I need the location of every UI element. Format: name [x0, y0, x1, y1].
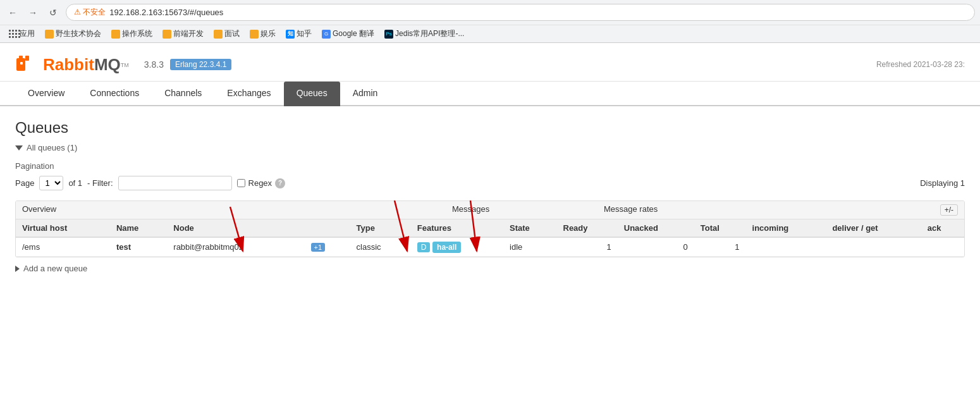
regex-row: Regex ? — [237, 178, 286, 188]
col-total: Total — [694, 219, 746, 237]
cell-state: idle — [503, 237, 556, 257]
col-incoming: incoming — [746, 219, 826, 237]
bookmark-yesheng-label: 野生技术协会 — [56, 28, 101, 39]
svg-rect-2 — [25, 56, 29, 61]
bookmark-google-translate[interactable]: G Google 翻译 — [318, 27, 378, 40]
filter-input[interactable] — [118, 176, 232, 190]
cell-virtual-host: /ems — [16, 237, 110, 257]
browser-chrome: ← → ↺ ⚠ 不安全 192.168.2.163:15673/#/queues… — [0, 0, 980, 43]
cell-ack — [921, 237, 964, 257]
rmq-nav: Overview Connections Channels Exchanges … — [0, 82, 980, 106]
bookmark-os-label: 操作系统 — [122, 28, 152, 39]
regex-label: Regex — [248, 178, 273, 188]
bookmark-frontend[interactable]: 前端开发 — [159, 27, 207, 40]
col-virtual-host: Virtual host — [16, 219, 110, 237]
table-header-row: Virtual host Name Node Type Features Sta… — [16, 219, 964, 237]
plus-minus-button[interactable]: +/- — [940, 204, 958, 216]
rabbit-text: Rabbit — [43, 55, 94, 74]
col-features: Features — [411, 219, 503, 237]
folder-icon-1 — [45, 30, 54, 39]
bookmark-interview-label: 面试 — [224, 28, 240, 39]
browser-toolbar: ← → ↺ ⚠ 不安全 192.168.2.163:15673/#/queues — [0, 0, 980, 25]
ps-icon: Ps — [384, 30, 393, 39]
nav-connections[interactable]: Connections — [77, 82, 152, 106]
bookmark-google-label: Google 翻译 — [333, 28, 374, 39]
rabbitmq-page: RabbitMQTM 3.8.3 Erlang 22.3.4.1 Refresh… — [0, 43, 980, 359]
bookmarks-bar: 应用 野生技术协会 操作系统 前端开发 面试 娱乐 知 知乎 G Google … — [0, 25, 980, 42]
bookmark-frontend-label: 前端开发 — [173, 28, 204, 39]
cell-deliver-get — [826, 237, 921, 257]
expand-triangle-icon — [15, 266, 20, 272]
col-ack: ack — [921, 219, 964, 237]
mq-text: MQ — [94, 55, 121, 74]
col-ready: Ready — [557, 219, 618, 237]
page-select[interactable]: 1 — [39, 176, 63, 190]
bookmark-interview[interactable]: 面试 — [210, 27, 243, 40]
bookmark-zhihu[interactable]: 知 知乎 — [282, 27, 315, 40]
nav-queues[interactable]: Queues — [284, 82, 340, 106]
queues-table-wrapper: Overview Messages Message rates +/- Virt… — [15, 200, 965, 257]
regex-checkbox[interactable] — [237, 179, 245, 187]
address-bar[interactable]: ⚠ 不安全 192.168.2.163:15673/#/queues — [66, 4, 975, 21]
folder-icon-2 — [111, 30, 120, 39]
folder-icon-4 — [214, 30, 223, 39]
col-type: Type — [350, 219, 411, 237]
help-button[interactable]: ? — [275, 178, 285, 188]
reload-button[interactable]: ↺ — [46, 5, 61, 20]
page-label: Page — [15, 178, 34, 188]
messages-section-label: Messages — [452, 204, 604, 216]
cell-features: D ha-all — [411, 237, 503, 257]
rmq-logo-text: RabbitMQTM — [43, 55, 129, 75]
col-name: Name — [110, 219, 167, 237]
of-label: of 1 — [68, 178, 82, 188]
cell-type: classic — [350, 237, 411, 257]
filter-label: - Filter: — [87, 178, 113, 188]
col-unacked: Unacked — [618, 219, 694, 237]
security-warning: ⚠ 不安全 — [74, 7, 106, 18]
bookmark-os[interactable]: 操作系统 — [107, 27, 156, 40]
add-queue-label: Add a new queue — [23, 264, 87, 273]
url-text: 192.168.2.163:15673/#/queues — [109, 8, 223, 17]
collapse-triangle-icon — [15, 145, 23, 151]
nav-exchanges[interactable]: Exchanges — [214, 82, 283, 106]
rmq-header-right: Refreshed 2021-03-28 23: — [876, 60, 965, 69]
rmq-version: 3.8.3 Erlang 22.3.4.1 — [144, 59, 232, 70]
page-title: Queues — [15, 119, 965, 137]
bookmark-entertainment-label: 娱乐 — [260, 28, 276, 39]
bookmark-entertainment[interactable]: 娱乐 — [246, 27, 279, 40]
forward-button[interactable]: → — [25, 5, 40, 20]
feature-d-badge: D — [417, 242, 431, 252]
add-queue-link[interactable]: Add a new queue — [15, 264, 965, 273]
folder-icon-5 — [250, 30, 259, 39]
nav-overview[interactable]: Overview — [15, 82, 77, 106]
svg-rect-3 — [20, 62, 23, 65]
cell-incoming — [746, 237, 826, 257]
cell-ready: 1 — [557, 237, 618, 257]
feature-ha-badge: ha-all — [432, 242, 461, 253]
nav-channels[interactable]: Channels — [152, 82, 214, 106]
table-row[interactable]: /ems test rabbit@rabbitmq02 +1 classic D… — [16, 237, 964, 257]
bookmark-jedis-label: Jedis常用API整理-... — [395, 28, 464, 39]
overview-section-label: Overview — [22, 204, 452, 216]
apps-icon — [9, 30, 18, 39]
pagination-label: Pagination — [15, 161, 965, 171]
cell-unacked: 0 — [618, 237, 694, 257]
back-button[interactable]: ← — [5, 5, 20, 20]
all-queues-header[interactable]: All queues (1) — [15, 143, 965, 152]
col-node: Node — [167, 219, 302, 237]
rmq-header: RabbitMQTM 3.8.3 Erlang 22.3.4.1 Refresh… — [0, 43, 980, 82]
cell-name: test — [110, 237, 167, 257]
refresh-text: Refreshed 2021-03-28 23: — [876, 60, 965, 69]
col-state: State — [503, 219, 556, 237]
col-node-badge — [302, 219, 350, 237]
nav-admin[interactable]: Admin — [340, 82, 391, 106]
node-plus-badge[interactable]: +1 — [311, 243, 326, 252]
rabbitmq-logo-icon — [15, 53, 38, 76]
bookmark-zhihu-label: 知乎 — [297, 28, 312, 39]
bookmark-yesheng[interactable]: 野生技术协会 — [41, 27, 105, 40]
bookmark-apps[interactable]: 应用 — [5, 27, 39, 40]
bookmark-jedis[interactable]: Ps Jedis常用API整理-... — [381, 27, 468, 40]
queues-table-container: Overview Messages Message rates +/- Virt… — [15, 200, 965, 257]
svg-rect-1 — [19, 56, 23, 61]
queue-name[interactable]: test — [116, 242, 131, 252]
